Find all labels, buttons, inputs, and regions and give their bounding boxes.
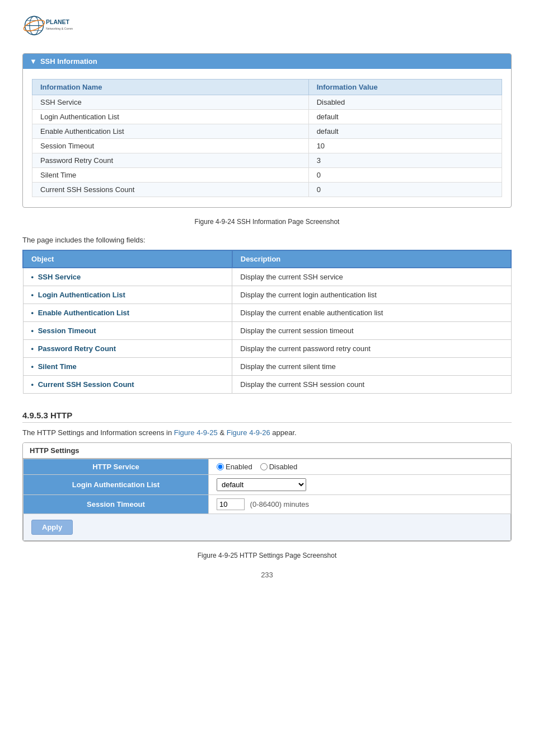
info-name: Silent Time — [32, 168, 309, 183]
timeout-unit: (0-86400) minutes — [250, 500, 310, 508]
table-row: • Silent TimeDisplay the current silent … — [23, 358, 511, 376]
login-auth-label: Login Authentication List — [24, 475, 209, 495]
table-row: Password Retry Count3 — [32, 153, 502, 168]
desc-object: • SSH Service — [23, 268, 232, 286]
info-name: Login Authentication List — [32, 110, 309, 124]
fig-link-25[interactable]: Figure 4-9-25 — [174, 428, 218, 437]
http-enabled-radio[interactable] — [217, 463, 224, 470]
desc-description: Display the current SSH service — [232, 268, 511, 286]
info-name: Current SSH Sessions Count — [32, 183, 309, 197]
login-auth-row: Login Authentication List default — [24, 475, 511, 495]
http-disabled-text: Disabled — [269, 463, 298, 471]
desc-description: Display the current SSH session count — [232, 376, 511, 394]
ssh-info-header: ▼ SSH Information — [23, 54, 511, 69]
desc-object: • Login Authentication List — [23, 286, 232, 304]
table-row: Current SSH Sessions Count0 — [32, 183, 502, 197]
info-name: Password Retry Count — [32, 153, 309, 168]
http-settings-box: HTTP Settings HTTP Service Enabled Disab… — [22, 442, 512, 542]
section-heading: 4.9.5.3 HTTP — [22, 410, 512, 423]
desc-object: • Enable Authentication List — [23, 304, 232, 322]
info-name: Session Timeout — [32, 139, 309, 153]
info-value: 0 — [308, 183, 502, 197]
http-intro: The HTTP Settings and Information screen… — [22, 428, 512, 437]
desc-object: • Current SSH Session Count — [23, 376, 232, 394]
table-row: • Current SSH Session CountDisplay the c… — [23, 376, 511, 394]
http-service-radio-group: Enabled Disabled — [217, 463, 503, 471]
table-row: SSH ServiceDisabled — [32, 95, 502, 110]
ssh-info-box: ▼ SSH Information Information Name Infor… — [22, 53, 512, 208]
desc-col-object: Object — [23, 250, 232, 268]
http-service-row: HTTP Service Enabled Disabled — [24, 459, 511, 475]
col-info-value: Information Value — [308, 80, 502, 95]
desc-description: Display the current session timeout — [232, 322, 511, 340]
fig-http-caption: Figure 4-9-25 HTTP Settings Page Screens… — [22, 552, 512, 559]
desc-object: • Password Retry Count — [23, 340, 232, 358]
http-service-value: Enabled Disabled — [208, 459, 510, 475]
logo-area: PLANET Networking & Communication — [22, 11, 512, 42]
table-row: • SSH ServiceDisplay the current SSH ser… — [23, 268, 511, 286]
desc-col-description: Description — [232, 250, 511, 268]
http-intro-mid: & — [218, 428, 227, 437]
collapse-icon: ▼ — [30, 57, 37, 66]
info-value: default — [308, 110, 502, 124]
desc-description: Display the current enable authenticatio… — [232, 304, 511, 322]
desc-object: • Session Timeout — [23, 322, 232, 340]
info-name: Enable Authentication List — [32, 124, 309, 139]
table-row: • Password Retry CountDisplay the curren… — [23, 340, 511, 358]
http-intro-text: The HTTP Settings and Information screen… — [22, 428, 174, 437]
table-row: • Enable Authentication ListDisplay the … — [23, 304, 511, 322]
planet-logo: PLANET Networking & Communication — [22, 11, 73, 42]
table-row: Silent Time0 — [32, 168, 502, 183]
session-timeout-label: Session Timeout — [24, 495, 209, 514]
http-enabled-label[interactable]: Enabled — [217, 463, 252, 471]
svg-text:Networking & Communication: Networking & Communication — [46, 27, 73, 30]
info-value: default — [308, 124, 502, 139]
col-info-name: Information Name — [32, 80, 309, 95]
http-intro-end: appear. — [270, 428, 297, 437]
ssh-info-table: Information Name Information Value SSH S… — [32, 79, 502, 197]
apply-button[interactable]: Apply — [31, 520, 73, 535]
info-value: 0 — [308, 168, 502, 183]
fig-ssh-caption: Figure 4-9-24 SSH Information Page Scree… — [22, 218, 512, 226]
http-settings-table: HTTP Service Enabled Disabled — [23, 459, 511, 514]
info-value: 10 — [308, 139, 502, 153]
desc-description: Display the current password retry count — [232, 340, 511, 358]
session-timeout-row: Session Timeout (0-86400) minutes — [24, 495, 511, 514]
http-disabled-radio[interactable] — [260, 463, 268, 470]
fig-link-26[interactable]: Figure 4-9-26 — [227, 428, 270, 437]
table-row: • Session TimeoutDisplay the current ses… — [23, 322, 511, 340]
table-row: • Login Authentication ListDisplay the c… — [23, 286, 511, 304]
table-row: Session Timeout10 — [32, 139, 502, 153]
table-row: Enable Authentication Listdefault — [32, 124, 502, 139]
info-value: Disabled — [308, 95, 502, 110]
desc-table: Object Description • SSH ServiceDisplay … — [22, 250, 512, 394]
http-service-label: HTTP Service — [24, 459, 209, 475]
apply-area: Apply — [23, 514, 511, 541]
desc-description: Display the current silent time — [232, 358, 511, 376]
info-name: SSH Service — [32, 95, 309, 110]
desc-object: • Silent Time — [23, 358, 232, 376]
http-disabled-label[interactable]: Disabled — [260, 463, 298, 471]
login-auth-value: default — [208, 475, 510, 495]
page-number: 233 — [22, 571, 512, 579]
page-text: The page includes the following fields: — [22, 236, 512, 244]
session-timeout-value: (0-86400) minutes — [208, 495, 510, 514]
http-enabled-text: Enabled — [226, 463, 252, 471]
session-timeout-input[interactable] — [217, 498, 245, 510]
svg-text:PLANET: PLANET — [46, 18, 70, 25]
desc-description: Display the current login authentication… — [232, 286, 511, 304]
table-row: Login Authentication Listdefault — [32, 110, 502, 124]
info-value: 3 — [308, 153, 502, 168]
ssh-info-title: SSH Information — [40, 57, 97, 66]
http-settings-header: HTTP Settings — [23, 443, 511, 459]
login-auth-select[interactable]: default — [217, 478, 306, 491]
